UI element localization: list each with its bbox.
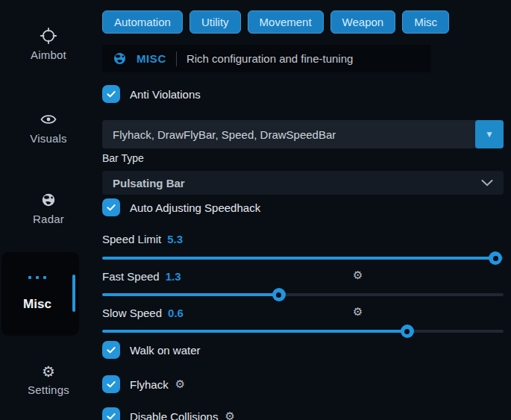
section-title: MISC — [137, 52, 166, 65]
section-subtitle: Rich configuration and fine-tuning — [186, 52, 353, 65]
slow-speed-slider[interactable] — [102, 324, 504, 339]
slider-track — [102, 293, 504, 296]
tab-bar: Automation Utility Movement Weapon Misc — [102, 10, 504, 34]
anti-violations-row: Anti Violations — [102, 85, 504, 103]
gear-icon[interactable]: ⚙ — [353, 269, 363, 282]
auto-adjusting-checkbox[interactable] — [102, 198, 120, 216]
check-icon — [105, 201, 117, 213]
check-icon — [105, 88, 117, 100]
slider-fill — [102, 257, 495, 260]
tab-misc[interactable]: Misc — [402, 10, 449, 34]
gear-icon[interactable]: ⚙ — [175, 377, 185, 391]
sidebar-item-label: Visuals — [30, 132, 66, 145]
walk-on-water-label: Walk on water — [130, 344, 200, 357]
slider-label: Fast Speed — [102, 270, 160, 283]
main-panel: Automation Utility Movement Weapon Misc … — [102, 10, 504, 420]
auto-adjusting-label: Auto Adjusting Speedhack — [130, 201, 260, 214]
tab-automation[interactable]: Automation — [102, 10, 183, 34]
slider-handle[interactable] — [401, 325, 414, 338]
check-icon — [105, 378, 117, 390]
slider-fill — [102, 330, 407, 333]
globe-icon — [113, 51, 127, 66]
flyhack-checkbox[interactable] — [102, 375, 120, 393]
sidebar-item-label: Radar — [33, 213, 64, 225]
tab-label: Misc — [414, 16, 437, 28]
anti-violations-label: Anti Violations — [130, 88, 201, 101]
slider-handle[interactable] — [489, 251, 502, 265]
flyhack-label: Flyhack — [130, 378, 169, 391]
flyhack-row: Flyhack ⚙ — [102, 375, 504, 393]
tab-movement[interactable]: Movement — [248, 10, 324, 34]
auto-adjusting-row: Auto Adjusting Speedhack — [102, 198, 504, 216]
sidebar-item-settings[interactable]: ⚙ Settings — [0, 363, 97, 397]
slider-value: 1.3 — [166, 270, 181, 283]
slider-track — [102, 257, 504, 260]
speed-limit-label-row: Speed Limit 5.3 — [102, 232, 504, 245]
sidebar-item-label: Settings — [28, 383, 69, 396]
sidebar-item-aimbot[interactable]: Aimbot — [0, 27, 97, 62]
tab-weapon[interactable]: Weapon — [330, 10, 396, 34]
fast-speed-slider[interactable] — [102, 287, 504, 302]
check-icon — [105, 344, 117, 356]
sidebar-item-label: Aimbot — [31, 48, 66, 61]
slider-label: Speed Limit — [102, 233, 161, 245]
active-indicator-bar — [72, 275, 75, 312]
bar-type-label: Bar Type — [102, 152, 504, 165]
sidebar-item-radar[interactable]: Radar — [0, 191, 97, 226]
slider-handle[interactable] — [272, 288, 286, 301]
slider-value: 0.6 — [168, 307, 184, 319]
tab-label: Utility — [201, 16, 229, 28]
fast-speed-label-row: Fast Speed 1.3 ⚙ — [102, 269, 504, 283]
sidebar: Aimbot Visuals Radar Misc ⚙ Settings — [0, 0, 97, 420]
chevron-down-icon — [481, 180, 493, 187]
eye-icon — [0, 110, 97, 128]
bar-select-dropdown-button[interactable]: ▼ — [475, 120, 504, 148]
tab-label: Automation — [114, 16, 171, 28]
speed-limit-slider[interactable] — [102, 251, 504, 266]
gear-icon[interactable]: ⚙ — [353, 305, 363, 319]
sidebar-item-misc[interactable]: Misc — [1, 252, 79, 336]
sidebar-item-visuals[interactable]: Visuals — [0, 110, 97, 145]
walk-on-water-row: Walk on water — [102, 341, 504, 359]
bar-select-input[interactable]: Flyhack, DrawFlyBar, Speed, DrawSpeedBar… — [102, 120, 504, 148]
tab-label: Movement — [260, 16, 312, 28]
bar-select-value: Flyhack, DrawFlyBar, Speed, DrawSpeedBar — [113, 128, 336, 141]
anti-violations-checkbox[interactable] — [102, 85, 120, 103]
walk-on-water-checkbox[interactable] — [102, 341, 120, 359]
globe-icon — [0, 191, 97, 209]
ellipsis-icon — [1, 276, 73, 279]
dropdown-triangle-icon: ▼ — [485, 129, 494, 140]
slider-value: 5.3 — [167, 233, 183, 245]
slow-speed-label-row: Slow Speed 0.6 ⚙ — [102, 306, 504, 319]
tab-label: Weapon — [342, 16, 384, 28]
bar-type-value: Pulsating Bar — [113, 177, 185, 189]
slider-fill — [102, 293, 279, 296]
divider — [176, 51, 177, 66]
gear-icon: ⚙ — [0, 363, 97, 380]
disable-collisions-label: Disable Collisions — [130, 410, 218, 420]
tab-utility[interactable]: Utility — [189, 10, 241, 34]
check-icon — [105, 410, 117, 420]
disable-collisions-checkbox[interactable] — [102, 407, 120, 420]
gear-icon[interactable]: ⚙ — [225, 410, 234, 420]
slider-label: Slow Speed — [102, 307, 162, 319]
bar-type-dropdown[interactable]: Pulsating Bar — [102, 171, 504, 195]
crosshair-icon — [0, 27, 97, 45]
disable-collisions-row: Disable Collisions ⚙ — [102, 407, 504, 420]
slider-track — [102, 330, 504, 333]
sidebar-item-label: Misc — [1, 297, 73, 312]
section-header: MISC Rich configuration and fine-tuning — [102, 45, 430, 72]
